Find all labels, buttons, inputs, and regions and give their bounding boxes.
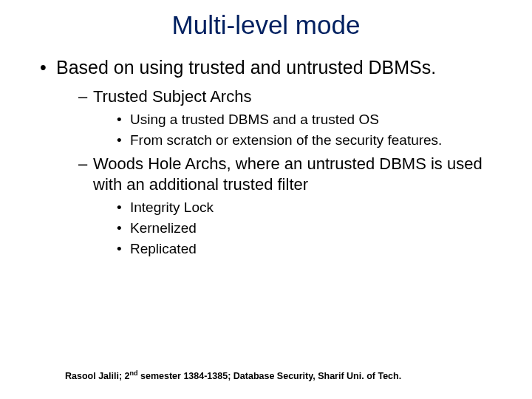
list-item: Trusted Subject Archs Using a trusted DB… [78, 86, 505, 150]
list-item: Woods Hole Archs, where an untrusted DBM… [78, 154, 505, 258]
bullet-text: Kernelized [130, 220, 197, 236]
footer-suffix: semester 1384-1385; Database Security, S… [138, 371, 402, 381]
list-item: Using a trusted DBMS and a trusted OS [117, 111, 505, 129]
bullet-text: From scratch or extension of the securit… [130, 132, 442, 148]
bullet-list-level3: Using a trusted DBMS and a trusted OS Fr… [93, 111, 505, 149]
bullet-text: Replicated [130, 241, 197, 256]
bullet-list-level3: Integrity Lock Kernelized Replicated [93, 199, 505, 258]
list-item: From scratch or extension of the securit… [117, 132, 505, 150]
list-item: Kernelized [117, 219, 505, 238]
slide-title: Multi-level mode [27, 10, 505, 40]
list-item: Integrity Lock [117, 199, 505, 217]
bullet-text: Using a trusted DBMS and a trusted OS [130, 112, 379, 127]
slide: Multi-level mode Based on using trusted … [0, 0, 532, 399]
bullet-list-level1: Based on using trusted and untrusted DBM… [27, 56, 505, 258]
footer-super: nd [130, 369, 138, 377]
list-item: Replicated [117, 240, 505, 259]
bullet-list-level2: Trusted Subject Archs Using a trusted DB… [56, 86, 505, 259]
bullet-text: Based on using trusted and untrusted DBM… [56, 57, 436, 78]
bullet-text: Integrity Lock [130, 200, 214, 215]
slide-footer: Rasool Jalili; 2nd semester 1384-1385; D… [65, 369, 401, 381]
list-item: Based on using trusted and untrusted DBM… [40, 56, 505, 258]
bullet-text: Trusted Subject Archs [93, 87, 251, 106]
footer-prefix: Rasool Jalili; 2 [65, 371, 130, 381]
bullet-text: Woods Hole Archs, where an untrusted DBM… [93, 154, 482, 194]
